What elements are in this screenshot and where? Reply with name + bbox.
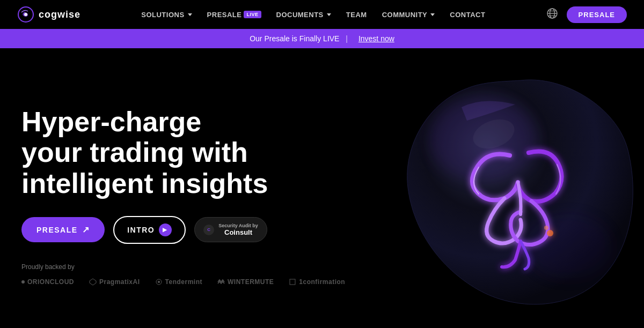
backer-1confirmation: 1confirmation bbox=[289, 278, 345, 286]
navbar: cogwise SOLUTIONS PRESALE LIVE DOCUMENTS… bbox=[0, 0, 644, 29]
intro-button[interactable]: INTRO ▶ bbox=[113, 216, 186, 244]
logo[interactable]: cogwise bbox=[17, 6, 80, 23]
backed-label: Proudly backed by bbox=[21, 263, 279, 271]
hero-presale-button[interactable]: PRESALE ↗ bbox=[21, 217, 105, 242]
logo-text: cogwise bbox=[39, 9, 80, 20]
audit-button[interactable]: C Security Audit by Coinsult bbox=[194, 217, 267, 242]
nav-item-contact[interactable]: CONTACT bbox=[450, 11, 485, 19]
globe-icon[interactable] bbox=[546, 8, 558, 22]
svg-point-14 bbox=[544, 226, 548, 230]
invest-now-link[interactable]: Invest now bbox=[358, 34, 394, 43]
pragmatixai-icon bbox=[89, 278, 97, 286]
sphere-container bbox=[397, 64, 644, 311]
backer-dot-icon bbox=[21, 280, 25, 284]
backer-pragmatixai: PragmatixAI bbox=[89, 278, 140, 286]
nav-links: SOLUTIONS PRESALE LIVE DOCUMENTS TEAM CO… bbox=[141, 11, 485, 19]
1confirmation-icon bbox=[289, 278, 296, 286]
arrow-icon: ↗ bbox=[82, 225, 90, 235]
chevron-down-icon bbox=[188, 13, 192, 16]
hero-buttons: PRESALE ↗ INTRO ▶ C Security Audit by Co… bbox=[21, 216, 279, 244]
svg-point-13 bbox=[547, 230, 553, 236]
chevron-down-icon bbox=[327, 13, 331, 16]
svg-rect-10 bbox=[290, 279, 295, 285]
wintermute-icon bbox=[217, 278, 225, 286]
hero-sphere bbox=[381, 48, 644, 327]
hero-section: Hyper-charge your trading with intellige… bbox=[0, 48, 644, 328]
sphere-blob bbox=[397, 64, 644, 311]
announcement-banner: Our Presale is Finally LIVE | Invest now bbox=[0, 29, 644, 48]
nav-item-documents[interactable]: DOCUMENTS bbox=[276, 11, 331, 19]
banner-separator: | bbox=[346, 34, 348, 43]
hero-title: Hyper-charge your trading with intellige… bbox=[21, 107, 279, 199]
tendermint-icon bbox=[155, 278, 163, 286]
coinsult-logo-icon: C bbox=[203, 225, 214, 235]
hero-content: Hyper-charge your trading with intellige… bbox=[21, 107, 279, 286]
svg-point-12 bbox=[526, 214, 612, 279]
svg-marker-7 bbox=[90, 279, 96, 285]
chevron-down-icon bbox=[430, 13, 435, 16]
nav-item-community[interactable]: COMMUNITY bbox=[382, 11, 435, 19]
backer-wintermute: WINTERMUTE bbox=[217, 278, 274, 286]
play-icon: ▶ bbox=[159, 223, 172, 236]
svg-point-9 bbox=[158, 281, 160, 283]
nav-item-solutions[interactable]: SOLUTIONS bbox=[141, 11, 192, 19]
nav-item-team[interactable]: TEAM bbox=[346, 11, 367, 19]
navbar-presale-button[interactable]: PRESALE bbox=[567, 6, 627, 23]
navbar-right: PRESALE bbox=[546, 6, 627, 23]
backer-tendermint: Tendermint bbox=[155, 278, 202, 286]
live-badge: LIVE bbox=[244, 11, 261, 18]
backer-orioncloud: ORIONCLOUD bbox=[21, 278, 74, 286]
svg-point-1 bbox=[24, 13, 27, 16]
nav-item-presale[interactable]: PRESALE LIVE bbox=[207, 11, 261, 19]
backers-list: ORIONCLOUD PragmatixAI Tendermint bbox=[21, 278, 279, 286]
cogwise-logo-icon bbox=[17, 6, 34, 23]
